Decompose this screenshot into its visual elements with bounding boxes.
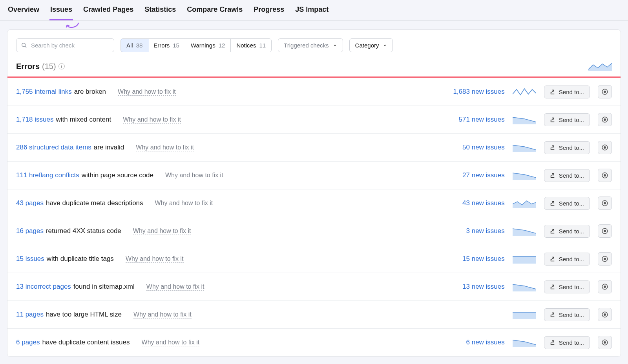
visibility-button[interactable] <box>598 85 612 98</box>
issue-row: 16 pages returned 4XX status codeWhy and… <box>7 217 621 245</box>
new-issues-link[interactable]: 6 new issues <box>442 339 505 346</box>
visibility-button[interactable] <box>598 141 612 154</box>
send-to-button[interactable]: Send to... <box>544 197 590 210</box>
tab-overview[interactable]: Overview <box>7 5 40 20</box>
category-dropdown[interactable]: Category <box>349 38 393 52</box>
eye-icon <box>601 144 608 151</box>
triggered-checks-dropdown[interactable]: Triggered checks <box>278 38 343 52</box>
search-icon <box>21 42 27 48</box>
visibility-button[interactable] <box>598 252 612 266</box>
send-to-button[interactable]: Send to... <box>544 280 590 293</box>
send-to-button[interactable]: Send to... <box>544 141 590 154</box>
issue-link[interactable]: 13 incorrect pages <box>16 283 71 291</box>
section-count: (15) <box>42 62 56 71</box>
eye-icon <box>601 283 608 290</box>
why-how-link[interactable]: Why and how to fix it <box>146 283 204 291</box>
visibility-button[interactable] <box>598 197 612 210</box>
issue-description: 43 pages have duplicate meta description… <box>16 199 434 207</box>
tab-js-impact[interactable]: JS Impact <box>294 5 329 20</box>
new-issues-link[interactable]: 50 new issues <box>442 144 505 151</box>
tab-compare-crawls[interactable]: Compare Crawls <box>186 5 243 20</box>
issue-link[interactable]: 15 issues <box>16 255 44 263</box>
send-to-button[interactable]: Send to... <box>544 336 590 349</box>
issue-row: 111 hreflang conflicts within page sourc… <box>7 162 621 189</box>
issue-description: 6 pages have duplicate content issuesWhy… <box>16 339 434 346</box>
visibility-button[interactable] <box>598 224 612 238</box>
filter-warnings[interactable]: Warnings12 <box>185 39 231 52</box>
issue-link[interactable]: 6 pages <box>16 339 40 346</box>
tab-progress[interactable]: Progress <box>253 5 285 20</box>
issue-link[interactable]: 286 structured data items <box>16 144 91 151</box>
send-icon <box>550 145 556 151</box>
send-to-button[interactable]: Send to... <box>544 169 590 182</box>
svg-point-7 <box>604 147 606 149</box>
nav-tabs: Overview Issues Crawled Pages Statistics… <box>0 0 628 21</box>
section-sparkline <box>588 62 612 71</box>
visibility-button[interactable] <box>598 336 612 349</box>
visibility-button[interactable] <box>598 308 612 321</box>
visibility-button[interactable] <box>598 113 612 126</box>
issue-text: are broken <box>74 88 106 96</box>
issue-description: 13 incorrect pages found in sitemap.xmlW… <box>16 283 434 291</box>
send-to-button[interactable]: Send to... <box>544 225 590 238</box>
svg-point-5 <box>604 119 606 121</box>
send-icon <box>550 173 556 178</box>
send-icon <box>550 228 556 234</box>
issue-description: 286 structured data items are invalidWhy… <box>16 144 434 151</box>
filter-errors[interactable]: Errors15 <box>148 39 185 52</box>
tab-statistics[interactable]: Statistics <box>144 5 177 20</box>
issue-row: 1,755 internal links are brokenWhy and h… <box>7 78 621 106</box>
visibility-button[interactable] <box>598 169 612 182</box>
search-input[interactable] <box>31 42 109 49</box>
new-issues-link[interactable]: 43 new issues <box>442 199 505 207</box>
filter-notices[interactable]: Notices11 <box>231 39 271 52</box>
svg-point-13 <box>604 230 606 232</box>
issue-sparkline <box>513 282 536 291</box>
search-input-wrapper[interactable] <box>16 38 114 52</box>
issue-link[interactable]: 43 pages <box>16 199 44 207</box>
why-how-link[interactable]: Why and how to fix it <box>133 311 192 318</box>
new-issues-link[interactable]: 1,683 new issues <box>442 88 505 96</box>
eye-icon <box>601 311 608 318</box>
tab-issues[interactable]: Issues <box>49 5 73 20</box>
eye-icon <box>601 116 608 123</box>
errors-section-header: Errors (15) i <box>7 59 621 76</box>
issue-description: 111 hreflang conflicts within page sourc… <box>16 171 434 179</box>
svg-point-21 <box>604 342 606 344</box>
issue-row: 43 pages have duplicate meta description… <box>7 189 621 217</box>
issue-sparkline <box>513 115 536 124</box>
new-issues-link[interactable]: 27 new issues <box>442 171 505 179</box>
issue-link[interactable]: 11 pages <box>16 311 44 318</box>
visibility-button[interactable] <box>598 280 612 293</box>
send-to-button[interactable]: Send to... <box>544 308 590 321</box>
svg-point-3 <box>604 91 606 93</box>
send-to-button[interactable]: Send to... <box>544 253 590 266</box>
filter-all[interactable]: All38 <box>120 38 148 52</box>
new-issues-link[interactable]: 3 new issues <box>442 227 505 235</box>
why-how-link[interactable]: Why and how to fix it <box>155 200 213 207</box>
new-issues-link[interactable]: 15 new issues <box>442 255 505 263</box>
issue-link[interactable]: 111 hreflang conflicts <box>16 171 79 179</box>
send-to-button[interactable]: Send to... <box>544 113 590 126</box>
issue-description: 16 pages returned 4XX status codeWhy and… <box>16 227 434 235</box>
why-how-link[interactable]: Why and how to fix it <box>165 172 223 179</box>
why-how-link[interactable]: Why and how to fix it <box>133 228 191 235</box>
issues-list: 1,755 internal links are brokenWhy and h… <box>7 78 621 357</box>
why-how-link[interactable]: Why and how to fix it <box>126 255 184 263</box>
issue-text: have too large HTML size <box>46 311 122 318</box>
send-to-button[interactable]: Send to... <box>544 86 590 98</box>
new-issues-link[interactable]: 13 new issues <box>442 283 505 291</box>
issue-link[interactable]: 1,755 internal links <box>16 88 72 96</box>
why-how-link[interactable]: Why and how to fix it <box>123 116 181 124</box>
issue-text: within page source code <box>82 171 153 179</box>
eye-icon <box>601 228 608 235</box>
issue-link[interactable]: 1,718 issues <box>16 116 53 124</box>
tab-crawled-pages[interactable]: Crawled Pages <box>82 5 134 20</box>
new-issues-link[interactable]: 571 new issues <box>442 116 505 124</box>
info-icon[interactable]: i <box>58 63 65 69</box>
issue-link[interactable]: 16 pages <box>16 227 44 235</box>
why-how-link[interactable]: Why and how to fix it <box>142 339 200 346</box>
issues-toolbar: All38 Errors15 Warnings12 Notices11 Trig… <box>7 30 621 59</box>
why-how-link[interactable]: Why and how to fix it <box>118 88 176 96</box>
why-how-link[interactable]: Why and how to fix it <box>136 144 194 151</box>
